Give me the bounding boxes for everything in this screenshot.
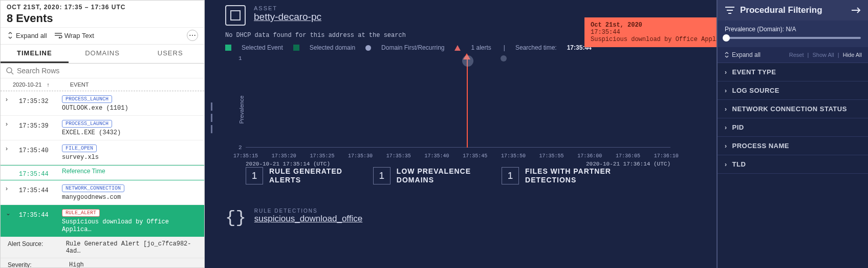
chevron-right-icon: › bbox=[725, 69, 727, 76]
hide-all-link[interactable]: Hide All bbox=[843, 52, 862, 58]
severity-value: High bbox=[69, 261, 84, 267]
right-header: Procedural Filtering bbox=[718, 0, 868, 20]
chevron-right-icon: › bbox=[725, 124, 727, 131]
show-all-link[interactable]: Show All bbox=[813, 52, 834, 58]
collapse-right-button[interactable] bbox=[851, 7, 861, 14]
filter-network-status[interactable]: ›NETWORK CONNECTION STATUS bbox=[718, 100, 868, 118]
severity-label: Severity: bbox=[8, 261, 59, 267]
expand-caret[interactable]: › bbox=[6, 119, 12, 128]
wrap-text-button[interactable]: Wrap Text bbox=[54, 32, 94, 39]
legend-selected-domain-label: Selected domain bbox=[310, 44, 355, 51]
chip-icon bbox=[225, 5, 246, 26]
table-row[interactable]: › 17:35:39 PROCESS_LAUNCH EXCEL.EXE (343… bbox=[1, 116, 204, 140]
y-tick: 1 bbox=[238, 55, 242, 61]
event-desc: Suspicious download by Office Applica… bbox=[62, 218, 169, 233]
prevalence-slider[interactable] bbox=[725, 37, 861, 39]
alert-source-value: Rule Generated Alert [jo_c7fca982-4ad… bbox=[66, 240, 197, 255]
tooltip-time: 17:35:44 bbox=[591, 29, 717, 36]
collapse-caret[interactable]: ⌄ bbox=[6, 209, 12, 217]
filter-log-source[interactable]: ›LOG SOURCE bbox=[718, 81, 868, 100]
right-panel: Procedural Filtering Prevalence (Domain)… bbox=[717, 0, 868, 268]
stat-partner-detections[interactable]: 1 FILES WITH PARTNERDETECTIONS bbox=[502, 167, 611, 184]
y-axis-label: Prevalence bbox=[238, 95, 245, 123]
filter-controls: Expand all Reset | Show All | Hide All bbox=[718, 47, 868, 63]
event-count: 8 Events bbox=[7, 12, 198, 25]
panel-resize-handle[interactable] bbox=[211, 102, 214, 133]
event-rows[interactable]: › 17:35:32 PROCESS_LAUNCH OUTLOOK.exe (1… bbox=[1, 91, 204, 267]
alert-source-label: Alert Source: bbox=[8, 240, 56, 255]
tooltip-title: Suspicious download by Office Applicatio… bbox=[591, 36, 717, 43]
alert-detail-row: Severity: High bbox=[1, 258, 204, 267]
tab-domains[interactable]: DOMAINS bbox=[69, 45, 137, 63]
center-panel: ASSET betty-decaro-pc No DHCP data found… bbox=[205, 0, 717, 268]
more-menu-button[interactable]: ⋯ bbox=[187, 30, 198, 41]
prevalence-slider-section: Prevalence (Domain): N/A bbox=[718, 20, 868, 47]
event-desc: survey.xls bbox=[62, 154, 99, 161]
svg-line-1 bbox=[11, 72, 13, 74]
event-desc: Reference Time bbox=[62, 168, 105, 175]
chevron-right-icon: › bbox=[725, 161, 727, 168]
legend-searched-label: Searched time: bbox=[515, 44, 557, 51]
legend-selected-event-label: Selected Event bbox=[242, 44, 283, 51]
table-header: 2020-10-21 ↑ EVENT bbox=[1, 78, 204, 91]
left-tabs: TIMELINE DOMAINS USERS bbox=[1, 45, 204, 64]
rule-detection-link[interactable]: suspicious_download_office bbox=[254, 214, 362, 224]
row-timestamp: 17:35:44 bbox=[19, 168, 55, 178]
alert-vertical-line bbox=[467, 59, 468, 148]
row-timestamp: 17:35:32 bbox=[19, 95, 55, 105]
stat-rule-alerts[interactable]: 1 RULE GENERATEDALERTS bbox=[246, 167, 342, 184]
right-title: Procedural Filtering bbox=[740, 5, 822, 15]
rule-detections-section: {} RULE DETECTIONS suspicious_download_o… bbox=[225, 208, 701, 228]
search-row bbox=[1, 64, 204, 78]
left-panel: OCT 21ST, 2020: 17:35 – 17:36 UTC 8 Even… bbox=[0, 0, 205, 268]
stat-low-prev-domains[interactable]: 1 LOW PREVALENCEDOMAINS bbox=[373, 167, 471, 184]
slider-knob[interactable] bbox=[723, 34, 730, 42]
wrap-text-icon bbox=[54, 32, 62, 38]
x-tick: 17:35:35 bbox=[386, 153, 411, 159]
x-range-left: 2020-10-21 17:35:14 (UTC) bbox=[246, 161, 330, 167]
dhcp-text: No DHCP data found for this address at t… bbox=[225, 32, 406, 39]
row-timestamp: 17:35:40 bbox=[19, 144, 55, 154]
svg-point-0 bbox=[7, 68, 12, 73]
legend-alerts-label: 1 alerts bbox=[471, 44, 491, 51]
tab-timeline[interactable]: TIMELINE bbox=[1, 45, 69, 63]
filter-process-name[interactable]: ›PROCESS NAME bbox=[718, 137, 868, 155]
search-input[interactable] bbox=[17, 67, 199, 75]
expand-caret[interactable]: › bbox=[6, 144, 12, 152]
table-row-alert[interactable]: ⌄ 17:35:44 RULE_ALERT Suspicious downloa… bbox=[1, 205, 204, 237]
row-timestamp: 17:35:44 bbox=[19, 184, 55, 194]
rule-detections-label: RULE DETECTIONS bbox=[254, 208, 362, 214]
expand-caret[interactable]: › bbox=[6, 95, 12, 103]
chevron-right-icon: › bbox=[725, 87, 727, 94]
x-tick: 17:35:15 bbox=[233, 153, 258, 159]
reset-link[interactable]: Reset bbox=[789, 52, 804, 58]
prevalence-chart[interactable]: Prevalence 1 2 17:35:15 17:35:20 17:35:2… bbox=[246, 55, 670, 158]
event-desc: OUTLOOK.exe (1101) bbox=[62, 105, 128, 112]
expand-vertical-icon bbox=[724, 52, 730, 58]
filter-pid[interactable]: ›PID bbox=[718, 118, 868, 137]
expand-all-button[interactable]: Expand all bbox=[7, 32, 47, 39]
table-row[interactable]: › 17:35:32 PROCESS_LAUNCH OUTLOOK.exe (1… bbox=[1, 91, 204, 116]
expand-all-filters[interactable]: Expand all bbox=[724, 51, 761, 58]
table-row[interactable]: › 17:35:40 FILE_OPEN survey.xls bbox=[1, 140, 204, 165]
x-tick: 17:35:25 bbox=[310, 153, 334, 159]
event-tag: RULE_ALERT bbox=[62, 209, 100, 217]
reference-time-row: 17:35:44 Reference Time bbox=[1, 165, 204, 180]
filter-tld[interactable]: ›TLD bbox=[718, 155, 868, 174]
domain-point[interactable] bbox=[462, 55, 473, 67]
filter-event-type[interactable]: ›EVENT TYPE bbox=[718, 63, 868, 81]
domain-point[interactable] bbox=[501, 55, 507, 61]
event-tag: FILE_OPEN bbox=[62, 145, 97, 152]
table-row[interactable]: › 17:35:44 NETWORK_CONNECTION manygoodne… bbox=[1, 180, 204, 205]
asset-name-link[interactable]: betty-decaro-pc bbox=[254, 11, 321, 23]
th-date[interactable]: 2020-10-21 bbox=[13, 81, 41, 88]
expand-all-label: Expand all bbox=[732, 51, 761, 58]
th-event: EVENT bbox=[70, 81, 89, 88]
filter-icon bbox=[725, 6, 735, 14]
x-tick: 17:35:40 bbox=[424, 153, 449, 159]
chart-tooltip: Oct 21st, 2020 17:35:44 Suspicious downl… bbox=[584, 17, 717, 47]
expand-caret[interactable]: › bbox=[6, 184, 12, 192]
tab-users[interactable]: USERS bbox=[136, 45, 204, 63]
x-tick: 17:36:05 bbox=[616, 153, 640, 159]
left-toolbar: Expand all Wrap Text ⋯ bbox=[1, 28, 204, 45]
